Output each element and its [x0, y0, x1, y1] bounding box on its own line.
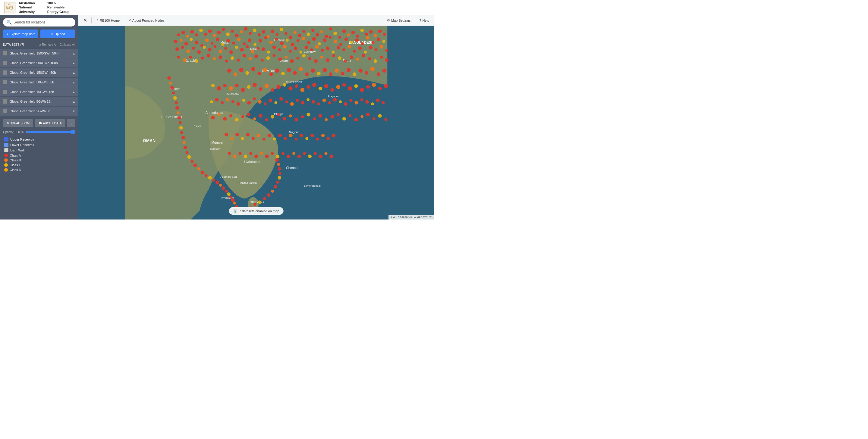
svg-point-188 — [326, 59, 330, 62]
explore-plus-icon: ⊕ — [5, 32, 8, 36]
class-a-color — [4, 154, 8, 157]
map-container[interactable]: ✕ ↗ RE100 Home ↗ About Pumped Hydro ⚙ Ma… — [79, 15, 434, 220]
dataset-icon-5 — [3, 90, 7, 94]
dataset-item-1[interactable]: Global Greenfield 1500GWh 504h ▲ — [0, 49, 79, 58]
datasets-count-label: DATA SETS (7) — [3, 43, 24, 46]
svg-point-302 — [378, 87, 382, 90]
svg-point-346 — [265, 118, 268, 121]
dataset-item-6[interactable]: Global Greenfield 5GWh 18h ▲ — [0, 97, 79, 106]
dataset-item-3[interactable]: Global Greenfield 150GWh 50h ▲ — [0, 68, 79, 77]
svg-point-38 — [186, 35, 189, 38]
ideal-zoom-button[interactable]: 🔍 IDEAL ZOOM — [3, 119, 33, 127]
help-button[interactable]: ? Help — [417, 17, 431, 24]
more-options-button[interactable]: ⋮ — [67, 119, 75, 127]
svg-point-334 — [371, 102, 374, 105]
group-name-text: 100% Renewable Energy Group — [47, 1, 69, 14]
svg-point-42 — [204, 33, 207, 36]
svg-point-143 — [283, 45, 287, 48]
svg-point-398 — [281, 152, 284, 155]
svg-point-382 — [305, 137, 308, 140]
svg-point-276 — [223, 84, 227, 87]
svg-point-212 — [183, 141, 186, 144]
svg-point-393 — [254, 155, 258, 158]
svg-point-295 — [336, 85, 340, 89]
dataset-label-7: Global Greenfield 2GWh 6h — [10, 109, 50, 113]
svg-point-248 — [234, 72, 237, 76]
map-visualization: Gulf of Oman OMAN Muscat Karachi Multan … — [79, 26, 434, 220]
svg-point-80 — [374, 34, 377, 37]
svg-point-220 — [205, 174, 208, 177]
dataset-item-7[interactable]: Global Greenfield 2GWh 6h ▼ — [0, 107, 79, 115]
svg-point-158 — [364, 50, 367, 54]
svg-point-281 — [253, 83, 257, 87]
dataset-item-4[interactable]: Global Greenfield 50GWh 50h ▲ — [0, 78, 79, 87]
svg-text:Jamnagar: Jamnagar — [226, 92, 240, 95]
chevron-up-icon-3: ▲ — [72, 71, 75, 74]
dataset-icon-6 — [3, 99, 7, 104]
svg-point-47 — [226, 33, 230, 36]
svg-point-307 — [226, 98, 229, 101]
svg-point-205 — [176, 106, 179, 110]
svg-point-370 — [241, 137, 244, 140]
svg-point-69 — [324, 35, 328, 38]
svg-point-100 — [264, 36, 267, 39]
svg-point-61 — [289, 36, 292, 39]
opacity-label: Opacity: 100 % — [3, 130, 24, 134]
map-settings-button[interactable]: ⚙ Map Settings — [385, 17, 412, 24]
svg-point-277 — [229, 87, 233, 91]
svg-point-312 — [253, 97, 256, 100]
svg-point-360 — [349, 114, 352, 117]
svg-point-254 — [270, 72, 273, 76]
svg-point-371 — [246, 133, 250, 136]
svg-point-79 — [369, 30, 373, 34]
re100-home-button[interactable]: ↗ RE100 Home — [94, 17, 121, 24]
svg-point-214 — [186, 151, 189, 154]
search-input[interactable] — [13, 20, 72, 24]
svg-point-129 — [208, 48, 212, 52]
map-close-button[interactable]: ✕ — [82, 17, 89, 24]
svg-point-229 — [231, 198, 235, 202]
svg-point-255 — [275, 68, 279, 73]
svg-point-400 — [292, 152, 296, 155]
dam-wall-label: Dam Wall — [10, 148, 24, 152]
remove-all-button[interactable]: ⊖ Remove All — [38, 43, 57, 46]
dataset-count-badge: 📡 7 datasets enabled on map — [229, 207, 284, 215]
legend-lower-reservoir: Lower Reservoir — [4, 143, 74, 147]
svg-point-385 — [321, 134, 325, 137]
svg-point-59 — [280, 28, 283, 31]
opacity-slider[interactable] — [26, 130, 75, 134]
about-pumped-hydro-button[interactable]: ↗ About Pumped Hydro — [127, 17, 166, 24]
svg-point-82 — [383, 33, 386, 36]
svg-point-389 — [233, 155, 237, 158]
class-b-color — [4, 158, 8, 162]
svg-point-95 — [237, 38, 241, 41]
svg-point-94 — [232, 41, 235, 44]
dataset-icon-7 — [3, 109, 7, 113]
svg-point-263 — [323, 68, 327, 72]
remove-all-icon: ⊖ — [38, 43, 41, 46]
dataset-item-5[interactable]: Global Greenfield 15GWh 18h ▲ — [0, 87, 79, 96]
dataset-item-2[interactable]: Global Greenfield 500GWh 168h ▲ — [0, 59, 79, 67]
collapse-all-button[interactable]: Collapse All — [60, 43, 75, 46]
svg-point-244 — [258, 201, 261, 204]
upload-button[interactable]: ⬆ Upload — [40, 30, 75, 38]
svg-point-215 — [187, 155, 191, 159]
svg-point-44 — [213, 34, 216, 37]
svg-point-327 — [333, 98, 337, 101]
svg-point-252 — [257, 72, 261, 75]
svg-point-373 — [257, 134, 260, 137]
svg-point-292 — [318, 87, 322, 90]
explore-map-data-button[interactable]: ⊕ Explore map data — [3, 30, 38, 38]
datasets-header: DATA SETS (7) ⊖ Remove All Collapse All — [0, 41, 79, 48]
svg-point-72 — [338, 36, 341, 39]
about-data-button[interactable]: 💬 ABOUT DATA — [35, 119, 65, 127]
svg-point-139 — [261, 47, 265, 51]
svg-point-362 — [361, 115, 364, 118]
svg-point-381 — [300, 134, 303, 137]
svg-point-366 — [384, 118, 387, 121]
svg-point-219 — [201, 171, 204, 174]
svg-point-369 — [236, 133, 239, 136]
svg-point-131 — [218, 49, 222, 53]
svg-point-350 — [289, 114, 292, 117]
svg-point-53 — [253, 29, 256, 32]
